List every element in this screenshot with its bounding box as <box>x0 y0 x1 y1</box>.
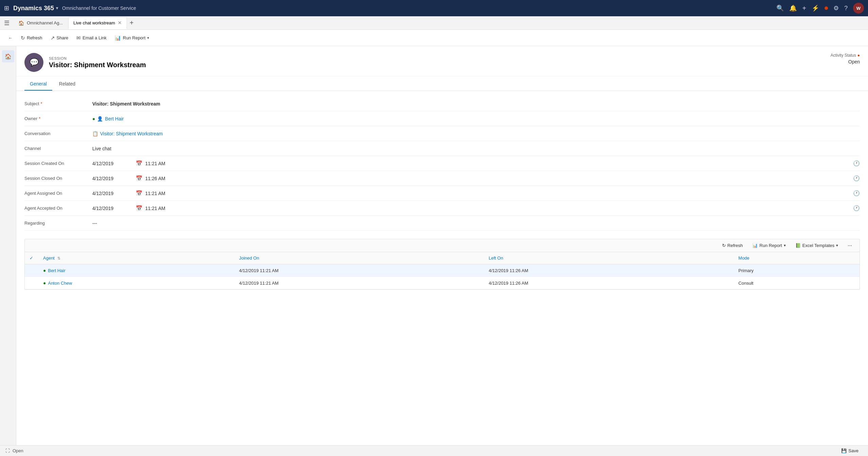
record-icon: 💬 <box>24 53 43 72</box>
field-subject: Subject * Visitor: Shipment Workstream <box>24 96 860 111</box>
row2-agent: ● Anton Chew <box>38 277 234 289</box>
back-button[interactable]: ← <box>5 33 16 42</box>
col-agent[interactable]: Agent ⇅ <box>38 252 234 264</box>
activity-status-value: Open <box>830 59 860 64</box>
subgrid-refresh-button[interactable]: ↻ Refresh <box>719 241 747 250</box>
regarding-label: Regarding <box>24 221 92 226</box>
subgrid-more-button[interactable]: ⋯ <box>844 241 855 250</box>
share-button[interactable]: ↗ Share <box>47 33 72 43</box>
row1-mode: Primary <box>734 264 860 277</box>
agent-assigned-date[interactable]: 4/12/2019 <box>92 191 133 196</box>
tab-close-icon[interactable]: ✕ <box>118 20 122 25</box>
tab-livechat-label: Live chat workstream <box>73 20 115 25</box>
email-link-button[interactable]: ✉ Email a Link <box>73 33 110 43</box>
owner-required: * <box>39 116 40 121</box>
session-closed-date[interactable]: 4/12/2019 <box>92 176 133 181</box>
tab-bar: ☰ 🏠 Omnichannel Ag... Live chat workstre… <box>0 16 868 30</box>
conversation-link[interactable]: 📋 Visitor: Shipment Workstream <box>92 131 860 136</box>
field-agent-assigned: Agent Assigned On 4/12/2019 📅 11:21 AM 🕐 <box>24 186 860 201</box>
share-label: Share <box>57 35 69 40</box>
col-left-on[interactable]: Left On <box>484 252 734 264</box>
run-report-button[interactable]: 📊 Run Report ▾ <box>111 33 152 43</box>
app-title: Dynamics 365 <box>13 5 54 12</box>
agent1-link[interactable]: Bert Hair <box>48 268 65 273</box>
plus-icon[interactable]: + <box>802 4 806 12</box>
agent2-link[interactable]: Anton Chew <box>48 281 72 286</box>
col-joined-on[interactable]: Joined On <box>234 252 484 264</box>
subgrid-run-report-button[interactable]: 📊 Run Report ▾ <box>749 241 789 250</box>
status-open-label: Open <box>13 448 23 453</box>
record-title-group: SESSION Visitor: Shipment Workstream <box>49 56 146 69</box>
session-closed-cal-icon[interactable]: 📅 <box>136 175 143 182</box>
agent-accepted-date[interactable]: 4/12/2019 <box>92 206 133 211</box>
content-area: 💬 SESSION Visitor: Shipment Workstream A… <box>16 46 868 456</box>
check-icon[interactable]: ✓ <box>30 255 33 261</box>
session-created-clock-icon[interactable]: 🕐 <box>853 160 860 167</box>
agent-accepted-time[interactable]: 11:21 AM <box>145 206 165 211</box>
filter-icon[interactable]: ⚡ <box>812 4 819 12</box>
back-icon: ← <box>8 35 13 40</box>
tab-related[interactable]: Related <box>54 78 81 91</box>
search-icon[interactable]: 🔍 <box>776 4 784 12</box>
agent-sort-icon[interactable]: ⇅ <box>57 256 60 260</box>
status-expand-icon[interactable]: ⛶ <box>5 448 10 453</box>
channel-label: Channel <box>24 146 92 151</box>
settings-icon[interactable]: ⚙ <box>833 4 839 12</box>
agent-accepted-cal-icon[interactable]: 📅 <box>136 205 143 211</box>
sidebar-toggle-icon[interactable]: ☰ <box>3 19 11 27</box>
tab-omnichannel[interactable]: 🏠 Omnichannel Ag... <box>14 17 68 29</box>
save-button[interactable]: 💾 Save <box>837 447 863 455</box>
table-row[interactable]: ● Anton Chew 4/12/2019 11:21 AM 4/12/201… <box>25 277 860 289</box>
field-session-created: Session Created On 4/12/2019 📅 11:21 AM … <box>24 156 860 171</box>
owner-link[interactable]: ● 👤 Bert Hair <box>92 116 860 121</box>
agent-assigned-time[interactable]: 11:21 AM <box>145 191 165 196</box>
sidebar-strip: 🏠 <box>0 46 16 456</box>
session-closed-clock-icon[interactable]: 🕐 <box>853 175 860 182</box>
session-created-date[interactable]: 4/12/2019 <box>92 161 133 166</box>
status-right: 💾 Save <box>837 447 863 455</box>
channel-value: Live chat <box>92 146 860 151</box>
row2-joined: 4/12/2019 11:21 AM <box>234 277 484 289</box>
session-closed-time[interactable]: 11:26 AM <box>145 176 165 181</box>
subgrid-agents: ↻ Refresh 📊 Run Report ▾ 📗 Excel Templat… <box>24 239 860 290</box>
activity-status-asterisk: ● <box>857 53 860 58</box>
run-report-chevron: ▾ <box>147 36 149 40</box>
save-icon: 💾 <box>841 448 847 453</box>
tab-omnichannel-label: Omnichannel Ag... <box>27 20 63 25</box>
help-icon[interactable]: ? <box>844 5 848 12</box>
tab-livechat[interactable]: Live chat workstream ✕ <box>68 17 127 29</box>
owner-value: ● 👤 Bert Hair <box>92 116 860 121</box>
run-report-label: Run Report <box>123 35 145 40</box>
sidebar-home-icon[interactable]: 🏠 <box>2 50 14 62</box>
email-icon: ✉ <box>76 35 81 41</box>
agent-accepted-label: Agent Accepted On <box>24 206 92 211</box>
subgrid-excel-button[interactable]: 📗 Excel Templates ▾ <box>792 241 842 250</box>
tab-general[interactable]: General <box>24 78 52 91</box>
refresh-label: Refresh <box>27 35 42 40</box>
field-conversation: Conversation 📋 Visitor: Shipment Workstr… <box>24 126 860 141</box>
agents-table: ✓ Agent ⇅ Joined On Left On <box>25 252 860 289</box>
subgrid-excel-icon: 📗 <box>795 243 801 248</box>
table-row[interactable]: ● Bert Hair 4/12/2019 11:21 AM 4/12/2019… <box>25 264 860 277</box>
row2-check <box>25 277 38 289</box>
bell-icon[interactable]: 🔔 <box>789 4 797 12</box>
owner-user-icon: 👤 <box>97 116 103 121</box>
owner-label: Owner * <box>24 116 92 121</box>
regarding-value[interactable]: --- <box>92 221 860 226</box>
new-tab-icon[interactable]: + <box>128 19 136 27</box>
session-created-cal-icon[interactable]: 📅 <box>136 160 143 167</box>
agent-accepted-clock-icon[interactable]: 🕐 <box>853 205 860 211</box>
main-area: 🏠 💬 SESSION Visitor: Shipment Workstream… <box>0 46 868 456</box>
record-icon-symbol: 💬 <box>30 58 39 67</box>
form-tabs: General Related <box>16 78 868 91</box>
grid-icon[interactable]: ⊞ <box>4 4 9 12</box>
agent-assigned-clock-icon[interactable]: 🕐 <box>853 190 860 196</box>
row2-mode: Consult <box>734 277 860 289</box>
user-avatar[interactable]: W <box>853 3 864 14</box>
agent-assigned-cal-icon[interactable]: 📅 <box>136 190 143 196</box>
subject-value[interactable]: Visitor: Shipment Workstream <box>92 101 860 107</box>
col-mode[interactable]: Mode <box>734 252 860 264</box>
session-created-time[interactable]: 11:21 AM <box>145 161 165 166</box>
refresh-button[interactable]: ↻ Refresh <box>17 33 46 43</box>
app-title-chevron[interactable]: ▾ <box>56 6 58 11</box>
